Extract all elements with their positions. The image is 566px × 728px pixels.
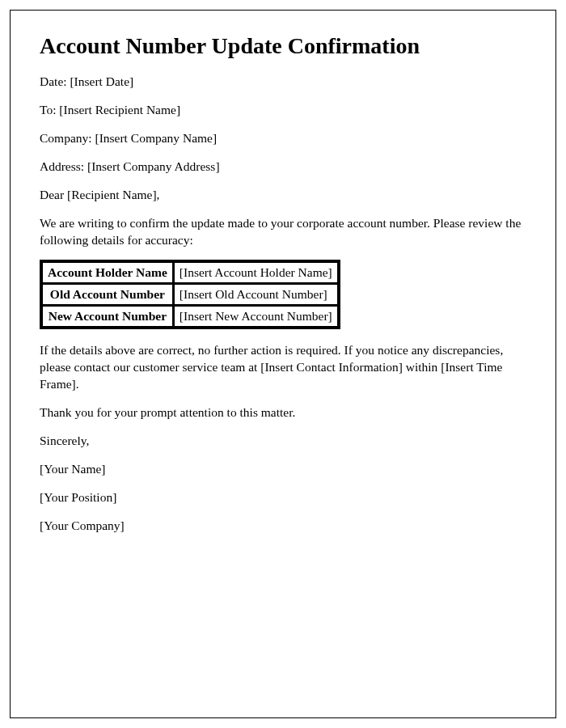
old-account-value: [Insert Old Account Number] [174,284,338,305]
table-row: Account Holder Name [Insert Account Hold… [42,262,338,283]
to-label: To: [40,103,59,116]
salutation-name: [Recipient Name] [67,188,157,201]
intro-paragraph: We are writing to confirm the update mad… [40,215,526,249]
details-table: Account Holder Name [Insert Account Hold… [40,260,340,329]
company-value: [Insert Company Name] [95,131,217,145]
company-line: Company: [Insert Company Name] [40,130,526,147]
table-row: Old Account Number [Insert Old Account N… [42,284,338,305]
old-account-label: Old Account Number [42,284,173,305]
salutation-suffix: , [157,188,160,201]
salutation: Dear [Recipient Name], [40,187,526,204]
date-line: Date: [Insert Date] [40,74,526,91]
address-value: [Insert Company Address] [87,159,220,173]
thanks-paragraph: Thank you for your prompt attention to t… [40,404,526,421]
company-label: Company: [40,131,95,145]
address-label: Address: [40,159,87,173]
document-page: Account Number Update Confirmation Date:… [10,10,556,718]
salutation-prefix: Dear [40,188,67,201]
account-holder-label: Account Holder Name [42,262,173,283]
date-value: [Insert Date] [70,74,133,88]
new-account-label: New Account Number [42,306,173,327]
signer-position: [Your Position] [40,489,526,506]
followup-paragraph: If the details above are correct, no fur… [40,342,526,393]
page-title: Account Number Update Confirmation [40,33,526,59]
address-line: Address: [Insert Company Address] [40,159,526,176]
account-holder-value: [Insert Account Holder Name] [174,262,338,283]
new-account-value: [Insert New Account Number] [174,306,338,327]
date-label: Date: [40,74,70,88]
to-line: To: [Insert Recipient Name] [40,102,526,119]
to-value: [Insert Recipient Name] [59,103,180,116]
signer-name: [Your Name] [40,461,526,478]
table-row: New Account Number [Insert New Account N… [42,306,338,327]
closing-line: Sincerely, [40,433,526,450]
signer-company: [Your Company] [40,518,526,535]
